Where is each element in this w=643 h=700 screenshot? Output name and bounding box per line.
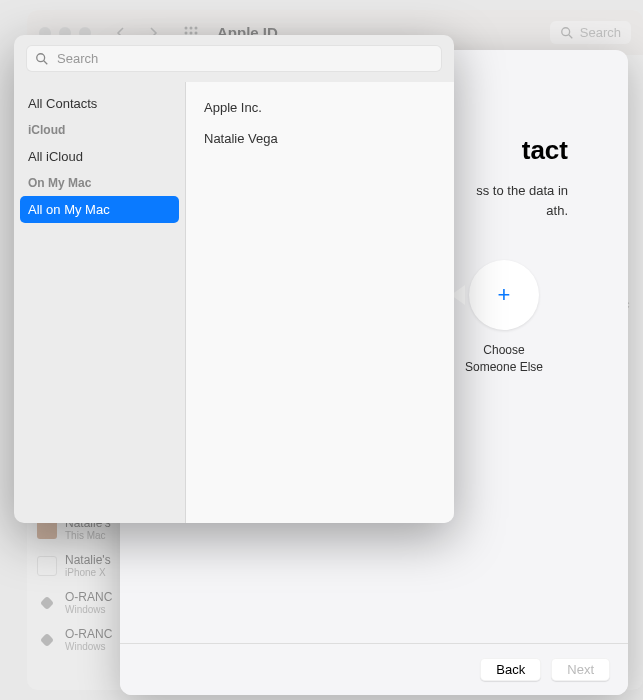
- contact-row[interactable]: Apple Inc.: [186, 92, 454, 123]
- svg-point-2: [195, 26, 198, 29]
- groups-sidebar: All Contacts iCloud All iCloud On My Mac…: [14, 82, 186, 523]
- group-header-onmymac: On My Mac: [14, 170, 185, 196]
- search-icon: [35, 52, 49, 66]
- next-button: Next: [551, 658, 610, 681]
- group-all-contacts[interactable]: All Contacts: [14, 90, 185, 117]
- back-button[interactable]: Back: [480, 658, 541, 681]
- svg-point-1: [190, 26, 193, 29]
- svg-line-12: [44, 60, 48, 64]
- group-header-icloud: iCloud: [14, 117, 185, 143]
- svg-point-0: [185, 26, 188, 29]
- group-all-on-my-mac[interactable]: All on My Mac: [20, 196, 179, 223]
- svg-point-11: [37, 53, 45, 61]
- plus-icon: +: [498, 282, 511, 308]
- svg-point-3: [185, 31, 188, 34]
- choose-someone-else-button[interactable]: +: [469, 260, 539, 330]
- prefs-search[interactable]: Search: [550, 21, 631, 44]
- contact-row[interactable]: Natalie Vega: [186, 123, 454, 154]
- svg-point-5: [195, 31, 198, 34]
- windows-icon: [40, 595, 54, 609]
- iphone-icon: [37, 556, 57, 576]
- contacts-list: Apple Inc. Natalie Vega: [186, 82, 454, 523]
- sheet-footer: Back Next: [120, 643, 628, 695]
- contacts-picker: All Contacts iCloud All iCloud On My Mac…: [14, 35, 454, 523]
- svg-point-9: [562, 27, 570, 35]
- group-all-icloud[interactable]: All iCloud: [14, 143, 185, 170]
- search-field[interactable]: [26, 45, 442, 72]
- windows-icon: [40, 632, 54, 646]
- search-icon: [560, 26, 574, 40]
- svg-line-10: [569, 34, 573, 38]
- search-input[interactable]: [57, 51, 433, 66]
- prefs-search-placeholder: Search: [580, 25, 621, 40]
- choose-someone-else-label: Choose Someone Else: [465, 342, 543, 376]
- svg-point-4: [190, 31, 193, 34]
